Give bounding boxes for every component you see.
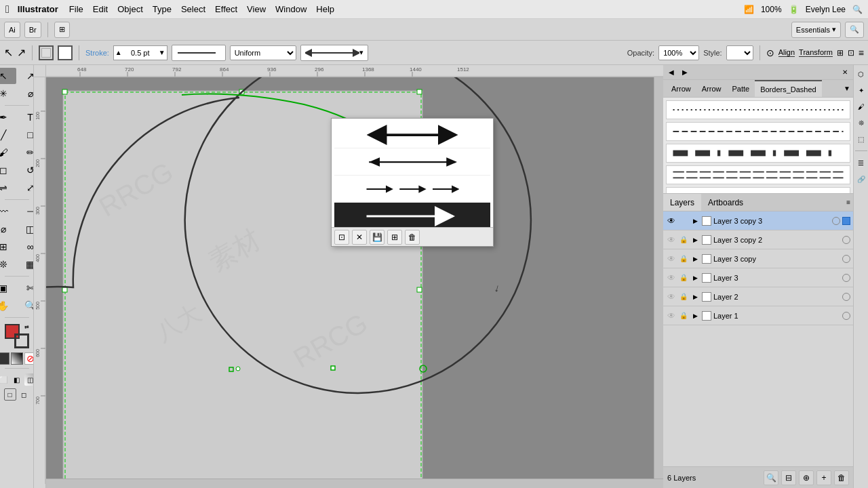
fill-btn[interactable]: ◧ — [11, 373, 23, 386]
ai-logo-button[interactable]: Ai — [4, 22, 20, 38]
symbol-tool-btn[interactable]: ❊ — [0, 256, 16, 272]
gradient-tool-btn[interactable]: ◫ — [18, 221, 35, 237]
eraser-tool-btn[interactable]: ◻ — [0, 162, 16, 178]
shape-tool-btn[interactable]: □ — [18, 127, 35, 143]
layer-expand-btn-6[interactable]: ▶ — [690, 311, 700, 321]
transform-label[interactable]: Transform — [799, 48, 833, 57]
style-select[interactable] — [726, 45, 753, 60]
menu-object[interactable]: Object — [117, 4, 143, 14]
menu-help[interactable]: Help — [316, 4, 334, 14]
layer-row-1[interactable]: 👁 🔒 ▶ Layer 1 — [663, 306, 853, 325]
layer-target-2[interactable] — [842, 236, 850, 244]
tab-arrow-1[interactable]: Arrow — [666, 80, 696, 97]
layer-row-3-copy[interactable]: 👁 🔒 ▶ Layer 3 copy — [663, 249, 853, 268]
stroke-decrement-btn[interactable]: ▲ — [114, 49, 123, 56]
stroke-type-select[interactable]: Uniform Width Profile 1 Width Profile 2 — [230, 45, 296, 60]
gradient-mode-btn[interactable] — [11, 352, 23, 365]
mini-btn-graphic-styles[interactable]: ⬚ — [855, 133, 867, 145]
popup-options-btn[interactable]: ⊡ — [334, 230, 349, 245]
type-tool-btn[interactable]: T — [18, 109, 35, 125]
screen-mode-full-btn[interactable]: ◻ — [18, 388, 30, 401]
tab-arrow-2[interactable]: Arrow — [696, 80, 727, 97]
layer-lock-icon-2[interactable]: 🔒 — [679, 235, 688, 245]
layer-visibility-icon-5[interactable]: 👁 — [666, 291, 677, 302]
none-mode-btn[interactable]: ⊘ — [24, 352, 35, 365]
canvas-horizontal-scrollbar[interactable] — [46, 479, 663, 488]
popup-duplicate-btn[interactable]: ⊞ — [387, 230, 402, 245]
arrow-option-right-arrows[interactable] — [334, 176, 490, 203]
layer-target-5[interactable] — [842, 293, 850, 301]
align-distribute-icon[interactable]: ⊞ — [837, 48, 844, 58]
zoom-tool-btn[interactable]: 🔍 — [18, 298, 35, 314]
artboards-tab[interactable]: Artboards — [701, 194, 750, 211]
layer-expand-btn-1[interactable]: ▶ — [690, 216, 700, 226]
chart-tool-btn[interactable]: ▦ — [18, 256, 35, 272]
brush-pattern-1[interactable] — [666, 100, 850, 119]
gradient-btn-2[interactable]: ◫ — [24, 373, 35, 386]
layer-target-1[interactable] — [832, 217, 840, 225]
popup-save-btn[interactable]: 💾 — [370, 230, 384, 245]
width-tool-btn[interactable]: ⊣ — [18, 203, 35, 220]
fill-icon[interactable] — [58, 45, 73, 60]
menu-file[interactable]: File — [69, 4, 83, 14]
layers-panel-menu-btn[interactable]: ≡ — [844, 199, 853, 206]
blend-tool-btn[interactable]: ∞ — [18, 239, 35, 255]
panel-close-btn[interactable]: ✕ — [840, 67, 850, 78]
stroke-btn[interactable]: ⬜ — [0, 373, 9, 386]
canvas-content[interactable]: RRCG 素材 八大 RRCG — [46, 77, 663, 488]
layers-create-new-layer-btn[interactable]: + — [816, 470, 831, 485]
brush-pattern-5[interactable] — [666, 187, 850, 193]
workspace-button[interactable]: ⊞ — [54, 22, 70, 38]
stroke-value-input[interactable] — [123, 46, 157, 60]
layer-row-2[interactable]: 👁 🔒 ▶ Layer 2 — [663, 287, 853, 306]
swap-colors-icon[interactable]: ⇄ — [24, 324, 29, 330]
mirror-tool-btn[interactable]: ⇌ — [0, 180, 16, 196]
layer-target-4[interactable] — [842, 274, 850, 282]
layer-row-3[interactable]: 👁 🔒 ▶ Layer 3 — [663, 268, 853, 287]
tab-borders-dashed[interactable]: Borders_Dashed — [755, 80, 822, 97]
layers-collect-into-new-layer-btn[interactable]: ⊟ — [781, 470, 796, 485]
appearance-icon[interactable]: ⊙ — [766, 47, 774, 58]
eyedropper-tool-btn[interactable]: ⌀ — [0, 221, 16, 237]
layers-create-sublayer-btn[interactable]: ⊕ — [799, 470, 814, 485]
layer-lock-icon-4[interactable]: 🔒 — [679, 273, 688, 283]
pencil-tool-btn[interactable]: ✏ — [18, 144, 35, 161]
layer-visibility-icon-6[interactable]: 👁 — [666, 310, 677, 321]
artboard-tool-btn[interactable]: ▣ — [0, 280, 16, 296]
slice-tool-btn[interactable]: ✄ — [18, 280, 35, 296]
brush-pattern-3[interactable] — [666, 144, 850, 163]
menu-select[interactable]: Select — [181, 4, 205, 14]
line-style-button[interactable] — [172, 45, 226, 61]
layer-visibility-icon-3[interactable]: 👁 — [666, 253, 677, 264]
menu-edit[interactable]: Edit — [93, 4, 108, 14]
arrow-option-bold-double[interactable] — [334, 121, 490, 148]
align-label[interactable]: Align — [778, 48, 795, 57]
selection-tool-btn[interactable]: ↖ — [0, 68, 16, 84]
opacity-select[interactable]: 100% 75%50%25% — [658, 45, 699, 60]
brush-pattern-4[interactable] — [666, 165, 850, 184]
direct-selection-tool-btn[interactable]: ↗ — [18, 68, 35, 84]
mini-btn-links[interactable]: 🔗 — [855, 173, 867, 185]
mini-btn-appearance[interactable]: ✦ — [855, 84, 867, 96]
stroke-fill-icon[interactable] — [39, 45, 54, 60]
apple-logo-icon[interactable]:  — [5, 3, 9, 16]
layer-target-6[interactable] — [842, 312, 850, 320]
layer-visibility-icon-1[interactable]: 👁 — [666, 216, 677, 226]
arrow-option-dark[interactable] — [334, 203, 490, 227]
rotate-tool-btn[interactable]: ↺ — [18, 162, 35, 178]
menu-window[interactable]: Window — [275, 4, 307, 14]
layer-expand-btn-2[interactable]: ▶ — [690, 235, 700, 245]
hand-tool-btn[interactable]: ✋ — [0, 298, 16, 314]
mini-btn-color-guide[interactable]: ⬡ — [855, 68, 867, 80]
layer-expand-btn-5[interactable]: ▶ — [690, 292, 700, 302]
panel-scroll-down-btn[interactable]: ▼ — [844, 85, 850, 92]
selection-tool-icon[interactable]: ↖ — [4, 46, 13, 59]
warp-tool-btn[interactable]: 〰 — [0, 203, 16, 220]
popup-close-btn[interactable]: ✕ — [352, 230, 367, 245]
menu-effect[interactable]: Effect — [215, 4, 237, 14]
direct-selection-tool-icon[interactable]: ↗ — [17, 46, 26, 59]
layers-delete-btn[interactable]: 🗑 — [834, 470, 849, 485]
layer-row-3-copy-2[interactable]: 👁 🔒 ▶ Layer 3 copy 2 — [663, 230, 853, 249]
search-workspace-button[interactable]: 🔍 — [845, 22, 864, 38]
mini-btn-symbols[interactable]: ❊ — [855, 117, 867, 129]
